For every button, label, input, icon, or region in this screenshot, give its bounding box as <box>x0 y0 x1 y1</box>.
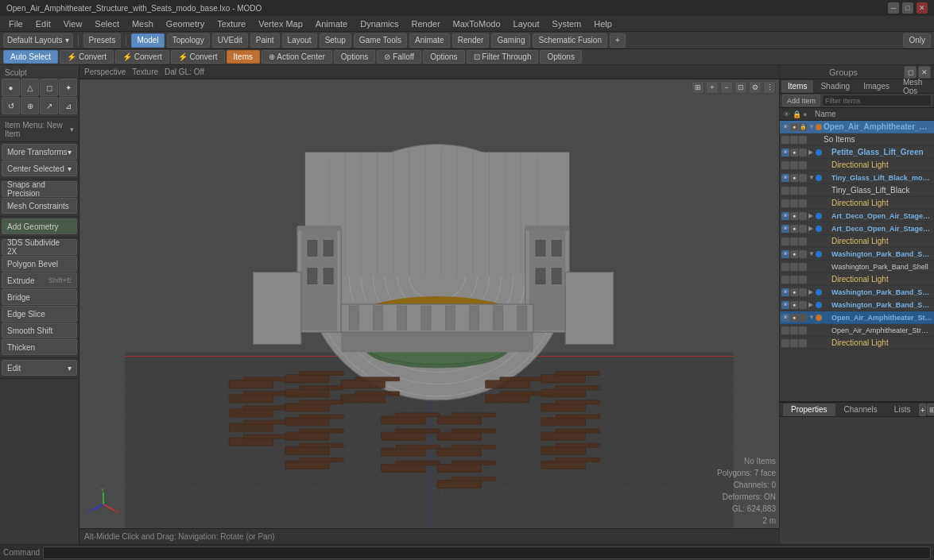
menu-geometry[interactable]: Geometry <box>161 17 210 30</box>
menu-help[interactable]: Help <box>588 17 618 30</box>
item-row[interactable]: 👁 ● ▼ Tiny_Glass_Lift_Black_modo_base.lx… <box>780 172 934 184</box>
item-row[interactable]: 👁● ▶ Washington_Park_Band_Shell_wit... <box>780 299 934 311</box>
sub-options-2[interactable]: Options <box>423 50 464 64</box>
tab-setup[interactable]: Setup <box>320 33 351 48</box>
sub-filter-through[interactable]: ⊡ Filter Through <box>467 50 539 64</box>
filter-items-input[interactable] <box>822 95 932 106</box>
sub-options-1[interactable]: Options <box>334 50 375 64</box>
edge-slice-button[interactable]: Edge Slice <box>2 306 77 322</box>
tab-gaming[interactable]: Gaming <box>491 33 530 48</box>
item-row[interactable]: Washington_Park_Band_Shell <box>780 261 934 273</box>
lock-icon[interactable]: 🔒 <box>799 123 807 131</box>
command-input[interactable] <box>43 546 931 559</box>
center-selected-button[interactable]: Center Selected ▾ <box>2 160 77 176</box>
viewport-texture[interactable]: Texture <box>132 68 158 76</box>
add-item-button[interactable]: Add Item <box>782 95 820 106</box>
item-menu-label[interactable]: Item Menu: New Item ▾ <box>2 119 77 140</box>
sub-items[interactable]: Items <box>227 50 260 64</box>
close-button[interactable]: ✕ <box>917 2 928 14</box>
smooth-shift-button[interactable]: Smooth Shift <box>2 322 77 338</box>
item-row[interactable]: Directional Light <box>780 159 934 172</box>
item-row[interactable]: 👁 ● ▶ Petite_Glass_Lift_Green <box>780 146 934 159</box>
item-row[interactable]: 👁● ▶ Washington_Park_Band_Shell_with... <box>780 286 934 299</box>
menu-view[interactable]: View <box>58 17 88 30</box>
menu-edit[interactable]: Edit <box>30 17 56 30</box>
viewport-perspective[interactable]: Perspective <box>84 68 126 76</box>
item-row[interactable]: Open_Air_Amphitheater_Structure... <box>780 324 934 337</box>
tab-layout[interactable]: Layout <box>282 33 317 48</box>
extrude-button[interactable]: Extrude Shift+E <box>2 272 77 288</box>
sub-action-center[interactable]: ⊕ Action Center <box>262 50 332 64</box>
tab-paint[interactable]: Paint <box>250 33 280 48</box>
sub-convert-1[interactable]: ⚡ Convert <box>60 50 114 64</box>
tab-properties[interactable]: Properties <box>783 404 835 416</box>
sub-auto-select[interactable]: Auto Select <box>3 50 58 64</box>
viewport-gl[interactable]: Dal GL: Off <box>165 68 204 76</box>
tab-animate[interactable]: Animate <box>409 33 450 48</box>
items-list[interactable]: 👁 ● 🔒 ▼ Open_Air_Amphitheater_Struc... S… <box>780 121 934 401</box>
menu-maxtomodo[interactable]: MaxToModo <box>448 17 506 30</box>
item-row[interactable]: Directional Light <box>780 197 934 210</box>
add-tab-button[interactable]: + <box>610 33 626 48</box>
polygon-bevel-button[interactable]: Polygon Bevel <box>2 256 77 272</box>
groups-expand-icon[interactable]: ◻ <box>904 66 917 79</box>
box-tool[interactable]: ◻ <box>40 79 58 96</box>
tab-schematic[interactable]: Schematic Fusion <box>533 33 607 48</box>
item-row[interactable]: 👁● ▶ Art_Deco_Open_Air_Stage_modo_b... <box>780 210 934 222</box>
tab-lists[interactable]: Lists <box>886 404 919 416</box>
groups-close-icon[interactable]: ✕ <box>918 66 931 79</box>
bridge-button[interactable]: Bridge <box>2 289 77 305</box>
menu-layout[interactable]: Layout <box>508 17 545 30</box>
more-transforms-button[interactable]: More Transforms ▾ <box>2 144 77 160</box>
sub-options-3[interactable]: Options <box>540 50 581 64</box>
item-row[interactable]: 👁 ● 🔒 ▼ Open_Air_Amphitheater_Struc... <box>780 121 934 133</box>
corner-tool[interactable]: ⊿ <box>59 97 77 114</box>
only-button[interactable]: Only <box>903 33 931 48</box>
tab-topology[interactable]: Topology <box>167 33 210 48</box>
menu-select[interactable]: Select <box>89 17 125 30</box>
arrow-tool[interactable]: ↗ <box>40 97 58 114</box>
star-tool[interactable]: ✦ <box>59 79 77 96</box>
item-row[interactable]: 👁● ▼ Washington_Park_Band_Shell_modo... <box>780 248 934 261</box>
tab-mesh-ops[interactable]: Mesh Ops <box>897 80 932 93</box>
sub-convert-3[interactable]: ⚡ Convert <box>171 50 225 64</box>
edit-button[interactable]: Edit ▾ <box>2 360 77 376</box>
sphere-tool[interactable]: ● <box>2 79 20 96</box>
sub-convert-2[interactable]: ⚡ Convert <box>115 50 169 64</box>
tab-shading[interactable]: Shading <box>814 80 856 93</box>
presets-button[interactable]: Presets <box>83 33 122 48</box>
visibility-icon[interactable]: 👁 <box>781 123 789 131</box>
add-tab-plus[interactable]: + <box>919 404 925 416</box>
item-row[interactable]: Directional Light <box>780 235 934 248</box>
thicken-button[interactable]: Thicken <box>2 339 77 355</box>
triangle-tool[interactable]: △ <box>21 79 39 96</box>
rotate-tool[interactable]: ↺ <box>2 97 20 114</box>
menu-mesh[interactable]: Mesh <box>126 17 159 30</box>
sd-subdivide-button[interactable]: 3DS Subdivide 2X <box>2 239 77 255</box>
add-geometry-button[interactable]: Add Geometry <box>2 218 77 234</box>
mesh-constraints-button[interactable]: Mesh Constraints <box>2 198 77 214</box>
minimize-button[interactable]: ─ <box>888 2 899 14</box>
menu-texture[interactable]: Texture <box>211 17 251 30</box>
render-icon[interactable]: ● <box>790 123 798 131</box>
menu-render[interactable]: Render <box>406 17 446 30</box>
tab-gametools[interactable]: Game Tools <box>354 33 407 48</box>
item-row[interactable]: Directional Light <box>780 273 934 286</box>
plus-tool[interactable]: ⊕ <box>21 97 39 114</box>
tab-model[interactable]: Model <box>131 33 164 48</box>
maximize-button[interactable]: □ <box>902 2 913 14</box>
panel-expand-icon[interactable]: ⊞ <box>927 404 934 415</box>
item-row[interactable]: So Items <box>780 133 934 146</box>
layouts-dropdown[interactable]: Default Layouts ▾ <box>3 33 73 48</box>
tab-images[interactable]: Images <box>857 80 896 93</box>
tab-render[interactable]: Render <box>452 33 490 48</box>
menu-file[interactable]: File <box>3 17 29 30</box>
viewport[interactable]: Perspective Texture Dal GL: Off ⊞ + − ⊡ … <box>79 65 779 544</box>
item-row[interactable]: Directional Light <box>780 337 934 350</box>
tab-uvedit[interactable]: UVEdit <box>212 33 248 48</box>
item-row[interactable]: 👁● ▼ Open_Air_Amphitheater_Struc... <box>780 311 934 324</box>
tab-items[interactable]: Items <box>781 80 813 93</box>
tab-channels[interactable]: Channels <box>836 404 886 416</box>
snaps-button[interactable]: Snaps and Precision <box>2 181 77 197</box>
menu-animate[interactable]: Animate <box>310 17 353 30</box>
